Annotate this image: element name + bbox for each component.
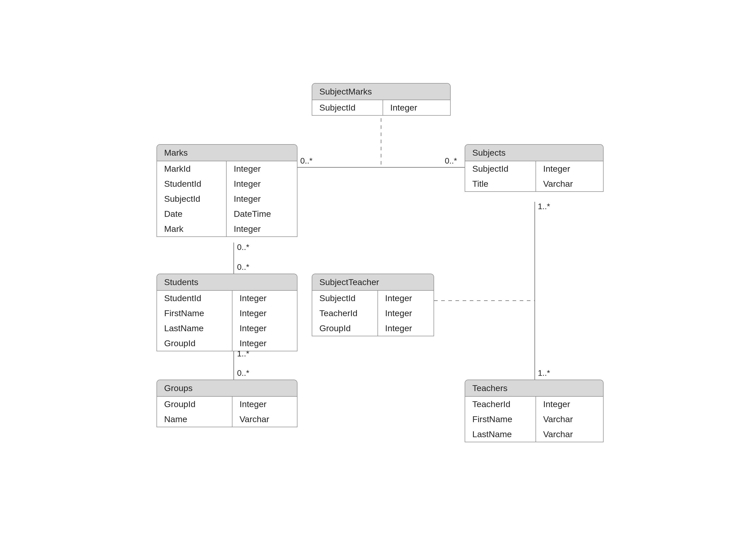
col-name: MarkId	[157, 161, 227, 176]
col-type: Integer	[378, 321, 434, 336]
entity-teachers: Teachers TeacherIdInteger FirstNameVarch…	[465, 380, 603, 442]
entity-row: SubjectIdInteger	[312, 291, 434, 306]
entity-rows: SubjectId Integer	[312, 100, 450, 115]
entity-row: DateDateTime	[157, 206, 297, 221]
col-type: Integer	[227, 176, 297, 191]
entity-title: Groups	[157, 380, 297, 397]
multiplicity-subjects-bottom: 1..*	[538, 202, 550, 211]
col-name: Title	[465, 176, 536, 191]
col-type: Integer	[232, 306, 297, 321]
entity-students: Students StudentIdInteger FirstNameInteg…	[157, 274, 298, 351]
col-type: Integer	[378, 306, 434, 321]
col-type: Integer	[227, 161, 297, 176]
col-name: LastName	[157, 321, 232, 336]
col-name: FirstName	[465, 412, 536, 427]
entity-row: LastNameInteger	[157, 321, 297, 336]
entity-row: GroupIdInteger	[157, 336, 297, 351]
col-type: Integer	[232, 336, 297, 351]
col-type: Integer	[378, 291, 434, 306]
entity-rows: SubjectIdInteger TeacherIdInteger GroupI…	[312, 291, 434, 336]
multiplicity-subjects-left: 0..*	[445, 156, 457, 166]
entity-title: Marks	[157, 145, 297, 161]
col-type: DateTime	[227, 206, 297, 221]
entity-row: TitleVarchar	[465, 176, 603, 191]
entity-groups: Groups GroupIdInteger NameVarchar	[157, 380, 298, 427]
entity-subjectteacher: SubjectTeacher SubjectIdInteger TeacherI…	[312, 274, 434, 336]
col-name: SubjectId	[465, 161, 536, 176]
col-name: Name	[157, 412, 232, 427]
col-type: Varchar	[536, 176, 603, 191]
col-type: Varchar	[232, 412, 297, 427]
col-type: Integer	[227, 191, 297, 206]
col-name: TeacherId	[465, 397, 536, 412]
entity-row: SubjectId Integer	[312, 100, 450, 115]
entity-row: SubjectIdInteger	[157, 191, 297, 206]
col-name: FirstName	[157, 306, 232, 321]
entity-rows: SubjectIdInteger TitleVarchar	[465, 161, 603, 191]
entity-row: FirstNameInteger	[157, 306, 297, 321]
col-name: SubjectId	[157, 191, 227, 206]
entity-title: Subjects	[465, 145, 603, 161]
col-name: Date	[157, 206, 227, 221]
entity-title: SubjectMarks	[312, 84, 450, 100]
multiplicity-marks-right: 0..*	[300, 156, 312, 166]
entity-title: Teachers	[465, 380, 603, 397]
col-type: Integer	[232, 397, 297, 412]
entity-title: SubjectTeacher	[312, 274, 434, 291]
entity-row: LastNameVarchar	[465, 427, 603, 442]
multiplicity-marks-bottom: 0..*	[237, 242, 249, 252]
col-name: LastName	[465, 427, 536, 442]
col-type: Varchar	[536, 412, 603, 427]
entity-title: Students	[157, 274, 297, 291]
entity-row: FirstNameVarchar	[465, 412, 603, 427]
entity-row: TeacherIdInteger	[312, 306, 434, 321]
col-name: Mark	[157, 221, 227, 237]
entity-row: NameVarchar	[157, 412, 297, 427]
entity-rows: MarkIdInteger StudentIdInteger SubjectId…	[157, 161, 297, 237]
entity-subjectmarks: SubjectMarks SubjectId Integer	[312, 83, 451, 116]
col-name: GroupId	[157, 336, 232, 351]
multiplicity-students-bottom: 1..*	[237, 349, 249, 358]
col-name: StudentId	[157, 291, 232, 306]
col-type: Integer	[232, 321, 297, 336]
entity-row: SubjectIdInteger	[465, 161, 603, 176]
entity-marks: Marks MarkIdInteger StudentIdInteger Sub…	[157, 144, 298, 237]
col-type: Varchar	[536, 427, 603, 442]
col-name: GroupId	[312, 321, 378, 336]
col-name: GroupId	[157, 397, 232, 412]
entity-rows: StudentIdInteger FirstNameInteger LastNa…	[157, 291, 297, 351]
entity-row: GroupIdInteger	[312, 321, 434, 336]
entity-row: StudentIdInteger	[157, 291, 297, 306]
entity-subjects: Subjects SubjectIdInteger TitleVarchar	[465, 144, 603, 192]
col-type: Integer	[383, 100, 450, 115]
connectors-layer	[0, 0, 756, 535]
col-name: SubjectId	[312, 100, 383, 115]
entity-row: GroupIdInteger	[157, 397, 297, 412]
entity-row: MarkIdInteger	[157, 161, 297, 176]
entity-row: TeacherIdInteger	[465, 397, 603, 412]
multiplicity-teachers-top: 1..*	[538, 368, 550, 378]
col-name: StudentId	[157, 176, 227, 191]
col-name: TeacherId	[312, 306, 378, 321]
entity-row: StudentIdInteger	[157, 176, 297, 191]
entity-row: MarkInteger	[157, 221, 297, 237]
entity-rows: TeacherIdInteger FirstNameVarchar LastNa…	[465, 397, 603, 442]
multiplicity-students-top: 0..*	[237, 263, 249, 272]
col-type: Integer	[536, 397, 603, 412]
col-type: Integer	[227, 221, 297, 237]
entity-rows: GroupIdInteger NameVarchar	[157, 397, 297, 427]
multiplicity-groups-top: 0..*	[237, 368, 249, 378]
col-name: SubjectId	[312, 291, 378, 306]
col-type: Integer	[536, 161, 603, 176]
er-diagram-canvas: SubjectMarks SubjectId Integer Marks Mar…	[0, 0, 756, 535]
col-type: Integer	[232, 291, 297, 306]
